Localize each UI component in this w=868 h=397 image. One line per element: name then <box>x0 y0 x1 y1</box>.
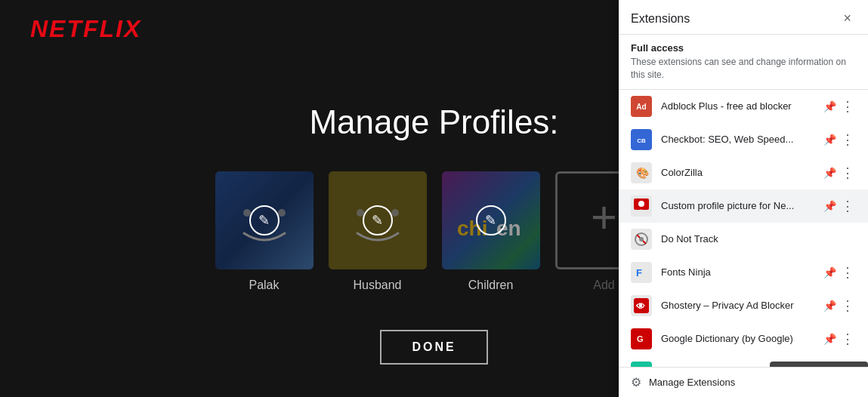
grammarly-menu-icon[interactable]: ⋮ <box>839 362 856 367</box>
profile-item-palak[interactable]: ✎ Palak <box>215 171 314 292</box>
edit-icon-husband: ✎ <box>363 205 393 235</box>
add-icon: + <box>591 195 617 240</box>
svg-text:G: G <box>637 334 644 343</box>
svg-text:🎨: 🎨 <box>636 167 649 180</box>
extensions-header: Extensions × <box>619 0 868 35</box>
avatar-husband[interactable]: ✎ <box>329 171 427 269</box>
custom-profile-pin-icon: 📌 <box>823 200 836 212</box>
edit-icon-children: ✎ <box>476 205 506 235</box>
extensions-list: Ad Adblock Plus - free ad blocker 📌 ⋮ CB… <box>619 90 868 367</box>
google-dict-name: Google Dictionary (by Google) <box>661 333 823 344</box>
ghostery-menu-icon[interactable]: ⋮ <box>839 296 856 315</box>
profile-name-children: Children <box>468 279 514 292</box>
colorzilla-menu-icon[interactable]: ⋮ <box>839 163 856 183</box>
extension-item-donottrack[interactable]: Do Not Track <box>619 223 868 256</box>
manage-extensions-footer[interactable]: ⚙ Manage Extensions <box>619 367 868 397</box>
avatar-children[interactable]: chi en ✎ <box>442 171 540 269</box>
done-button[interactable]: DONE <box>380 330 487 365</box>
extension-item-ghostery[interactable]: 👁 Ghostery – Privacy Ad Blocker 📌 ⋮ <box>619 289 868 322</box>
google-dict-pin-icon: 📌 <box>823 333 836 345</box>
adblock-menu-icon[interactable]: ⋮ <box>839 97 856 116</box>
full-access-description: These extensions can see and change info… <box>631 56 856 82</box>
page-title: Manage Profiles: <box>309 103 558 141</box>
ghostery-pin-icon: 📌 <box>823 300 836 312</box>
checkbot-menu-icon[interactable]: ⋮ <box>839 130 856 149</box>
edit-overlay-palak: ✎ <box>215 171 314 269</box>
adblock-name: Adblock Plus - free ad blocker <box>661 100 823 112</box>
profile-item-husband[interactable]: ✎ Husband <box>329 171 427 292</box>
profiles-row: ✎ Palak ✎ Husband chi <box>215 171 653 292</box>
profile-name-palak: Palak <box>249 279 279 292</box>
svg-rect-23 <box>634 365 649 367</box>
colorzilla-pin-icon: 📌 <box>823 167 836 179</box>
adblock-pin-icon: 📌 <box>823 100 836 112</box>
svg-text:F: F <box>636 267 642 279</box>
checkbot-name: Checkbot: SEO, Web Speed... <box>661 134 823 145</box>
google-dict-icon: G <box>631 328 652 349</box>
fonts-ninja-name: Fonts Ninja <box>661 266 823 278</box>
full-access-title: Full access <box>631 42 856 54</box>
extension-item-checkbot[interactable]: CB Checkbot: SEO, Web Speed... 📌 ⋮ <box>619 123 868 156</box>
extension-item-fonts-ninja[interactable]: F Fonts Ninja 📌 ⋮ <box>619 256 868 289</box>
grammarly-pin-icon: 📌 <box>823 366 836 367</box>
add-profile-label: Add <box>593 279 614 292</box>
extension-item-google-dict[interactable]: G Google Dictionary (by Google) 📌 ⋮ <box>619 322 868 355</box>
extensions-panel: Extensions × Full access These extension… <box>619 0 868 397</box>
custom-profile-icon <box>631 195 652 217</box>
full-access-section: Full access These extensions can see and… <box>619 35 868 90</box>
edit-icon-palak: ✎ <box>249 205 280 235</box>
profile-name-husband: Husband <box>353 279 401 292</box>
svg-text:👁: 👁 <box>636 301 645 312</box>
checkbot-pin-icon: 📌 <box>823 134 836 146</box>
ghostery-icon: 👁 <box>631 295 652 316</box>
google-dict-menu-icon[interactable]: ⋮ <box>839 329 856 349</box>
avatar-palak[interactable]: ✎ <box>215 171 314 269</box>
extensions-title: Extensions <box>631 12 690 26</box>
donottrack-icon <box>631 229 652 250</box>
adblock-icon: Ad <box>631 96 652 117</box>
gear-icon: ⚙ <box>631 375 641 389</box>
svg-text:CB: CB <box>637 137 646 144</box>
svg-point-16 <box>639 237 644 242</box>
custom-profile-menu-icon[interactable]: ⋮ <box>839 196 856 216</box>
fonts-ninja-pin-icon: 📌 <box>823 266 836 279</box>
extension-item-colorzilla[interactable]: 🎨 ColorZilla 📌 ⋮ <box>619 156 868 189</box>
ghostery-name: Ghostery – Privacy Ad Blocker <box>661 300 823 311</box>
edit-overlay-children: ✎ <box>442 171 540 269</box>
donottrack-name: Do Not Track <box>661 233 856 245</box>
profile-item-children[interactable]: chi en ✎ Children <box>442 171 540 292</box>
colorzilla-name: ColorZilla <box>661 167 823 178</box>
grammarly-name: Grammarly for Chrome <box>661 366 823 367</box>
fonts-ninja-icon: F <box>631 262 652 283</box>
colorzilla-icon: 🎨 <box>631 162 652 183</box>
svg-text:Ad: Ad <box>636 103 646 111</box>
manage-extensions-label: Manage Extensions <box>649 377 735 388</box>
extension-item-adblock[interactable]: Ad Adblock Plus - free ad blocker 📌 ⋮ <box>619 90 868 123</box>
extension-item-grammarly[interactable]: G Grammarly for Chrome 📌 ⋮ <box>619 355 868 367</box>
edit-overlay-husband: ✎ <box>329 171 427 269</box>
fonts-ninja-menu-icon[interactable]: ⋮ <box>839 263 856 282</box>
close-button[interactable]: × <box>839 9 856 28</box>
extension-item-custom-profile[interactable]: Custom profile picture for Ne... 📌 ⋮ Cus… <box>619 189 868 223</box>
svg-point-13 <box>638 201 644 207</box>
checkbot-icon: CB <box>631 129 652 150</box>
grammarly-icon: G <box>631 362 652 367</box>
custom-profile-name: Custom profile picture for Ne... <box>661 200 823 211</box>
